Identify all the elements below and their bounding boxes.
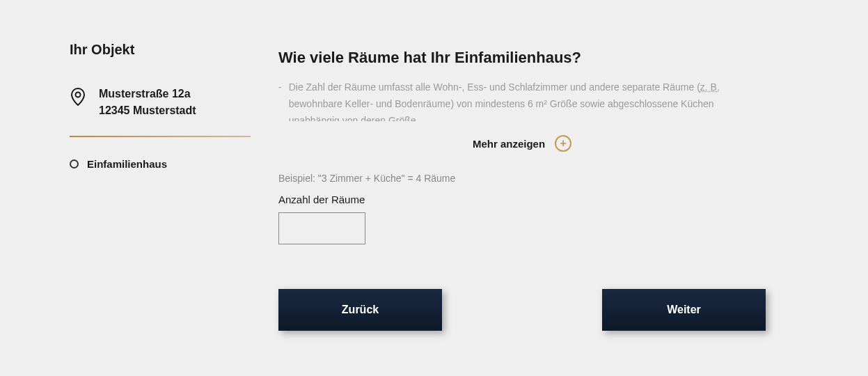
show-more-label: Mehr anzeigen xyxy=(473,138,545,150)
rooms-input[interactable] xyxy=(278,212,365,244)
example-text: Beispiel: "3 Zimmer + Küche" = 4 Räume xyxy=(278,173,766,184)
description-list: - Die Zahl der Räume umfasst alle Wohn-,… xyxy=(278,79,766,121)
radio-icon xyxy=(70,159,79,169)
next-button[interactable]: Weiter xyxy=(602,289,766,331)
property-type-item[interactable]: Einfamilienhaus xyxy=(70,158,251,170)
address-city: 12345 Musterstadt xyxy=(99,102,196,119)
question-title: Wie viele Räume hat Ihr Einfamilienhaus? xyxy=(278,49,766,67)
back-button[interactable]: Zurück xyxy=(278,289,442,331)
description-text: Die Zahl der Räume umfasst alle Wohn-, E… xyxy=(289,79,766,121)
rooms-input-label: Anzahl der Räume xyxy=(278,194,766,205)
plus-icon: + xyxy=(555,135,571,152)
address-street: Musterstraße 12a xyxy=(99,86,196,102)
show-more-button[interactable]: Mehr anzeigen + xyxy=(278,135,766,152)
address-block: Musterstraße 12a 12345 Musterstadt xyxy=(70,86,251,137)
location-pin-icon xyxy=(70,86,86,119)
bullet-icon: - xyxy=(278,79,282,121)
sidebar-title: Ihr Objekt xyxy=(70,42,251,58)
address-text: Musterstraße 12a 12345 Musterstadt xyxy=(99,86,196,119)
property-type-label: Einfamilienhaus xyxy=(87,158,167,170)
abbr-text: z. B. xyxy=(700,81,720,93)
svg-point-0 xyxy=(76,93,81,97)
